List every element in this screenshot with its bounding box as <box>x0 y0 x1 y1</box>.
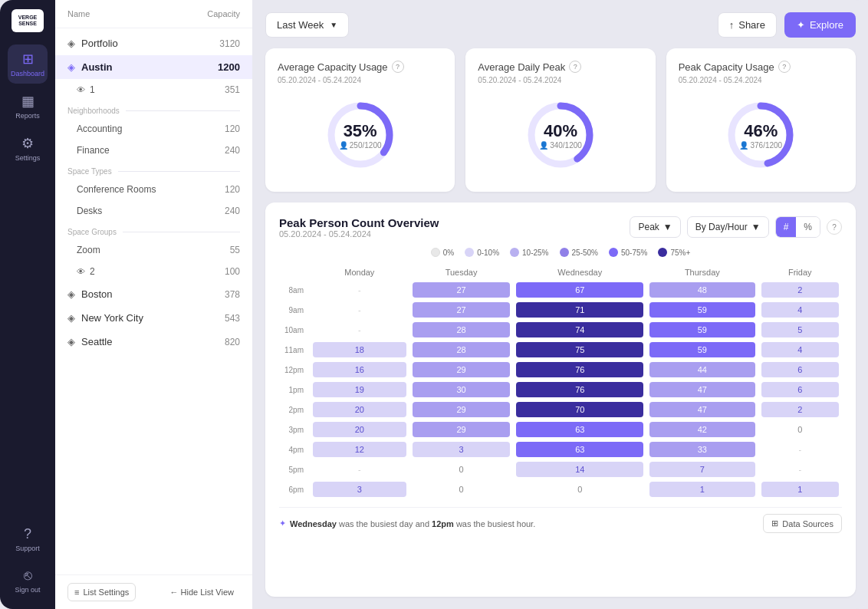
sidebar-sub-cap-accounting: 120 <box>225 123 240 134</box>
heatmap-cell: 27 <box>409 280 514 300</box>
sidebar-item-zoom[interactable]: Zoom 55 <box>55 239 252 261</box>
dayhour-dropdown-chevron: ▼ <box>751 222 761 232</box>
nav-item-dashboard[interactable]: ⊞ Dashboard <box>8 44 48 84</box>
insight-sparkle-icon: ✦ <box>279 518 286 528</box>
stat-card-title-avg-daily: Average Daily Peak <box>478 61 565 73</box>
sidebar-sub-cap-finance: 240 <box>225 145 240 156</box>
heatmap-cell: 47 <box>646 380 758 400</box>
peak-dropdown-chevron: ▼ <box>663 222 672 232</box>
nav-label-support: Support <box>15 545 40 552</box>
time-label: 2pm <box>279 400 310 420</box>
heatmap-cell: 76 <box>513 380 646 400</box>
heatmap-cell: 5 <box>758 320 842 340</box>
sidebar-sub-name-accounting: Accounting <box>77 123 225 134</box>
nav-item-support[interactable]: ? Support <box>8 520 48 558</box>
stat-card-title-avg-capacity: Average Capacity Usage <box>278 61 388 73</box>
peak-capacity-info-icon[interactable]: ? <box>778 61 791 73</box>
nav-label-reports: Reports <box>15 112 40 120</box>
heatmap-cell: 18 <box>310 340 409 360</box>
heatmap-cell: 2 <box>758 280 842 300</box>
sidebar-item-boston[interactable]: ◈ Boston 378 <box>55 282 252 306</box>
sidebar-item-name-portfolio: Portfolio <box>81 38 219 49</box>
sidebar-item-finance[interactable]: Finance 240 <box>55 140 252 161</box>
legend-dot-max <box>658 248 667 257</box>
sidebar-item-portfolio[interactable]: ◈ Portfolio 3120 <box>55 31 252 55</box>
sidebar-item-conference-rooms[interactable]: Conference Rooms 120 <box>55 179 252 200</box>
explore-icon: ✦ <box>797 19 805 31</box>
heatmap-footer: ✦ Wednesday was the busiest day and 12pm… <box>279 507 842 533</box>
logo: VERGESENSE <box>12 9 44 32</box>
sidebar-item-cap-seattle: 820 <box>225 337 240 347</box>
sidebar-item-accounting[interactable]: Accounting 120 <box>55 118 252 140</box>
heatmap-cell: 59 <box>646 320 758 340</box>
heatmap-title: Peak Person Count Overview <box>279 216 439 229</box>
insight-text: Wednesday was the busiest day and 12pm w… <box>290 519 535 528</box>
heatmap-cell: 27 <box>409 300 514 320</box>
stat-card-peak-capacity: Peak Capacity Usage ? 05.20.2024 - 05.24… <box>666 48 856 192</box>
legend-dot-low <box>465 248 474 257</box>
sidebar-sub-cap-conference: 120 <box>225 184 240 195</box>
data-sources-icon: ⊞ <box>771 518 778 528</box>
stat-card-date-avg-capacity: 05.20.2024 - 05.24.2024 <box>278 76 442 84</box>
heatmap-legend: 0% 0-10% 10-25% 25-50% 50-75% <box>279 248 842 257</box>
sidebar-item-nyc[interactable]: ◈ New York City 543 <box>55 306 252 330</box>
dayhour-dropdown[interactable]: By Day/Hour ▼ <box>687 216 769 238</box>
hide-list-label: ← Hide List View <box>169 588 234 597</box>
signout-icon: ⎋ <box>24 568 32 584</box>
stat-card-header-peak: Peak Capacity Usage ? <box>679 61 843 73</box>
share-button[interactable]: ↑ Share <box>718 12 777 38</box>
sidebar-item-name-austin: Austin <box>81 61 218 73</box>
date-filter-dropdown[interactable]: Last Week ▼ <box>265 12 349 38</box>
sidebar-list: ◈ Portfolio 3120 ◈ Austin 1200 👁 1 351 N… <box>55 28 252 574</box>
boston-icon: ◈ <box>67 288 75 300</box>
avg-capacity-info-icon[interactable]: ? <box>392 61 404 73</box>
heatmap-cell: 0 <box>409 479 514 499</box>
heatmap-cell: 42 <box>646 420 758 439</box>
sidebar-sub-name-zoom: Zoom <box>77 245 230 255</box>
nav-item-settings[interactable]: ⚙ Settings <box>8 129 48 168</box>
portfolio-icon: ◈ <box>67 38 75 49</box>
heatmap-date: 05.20.2024 - 05.24.2024 <box>279 229 439 239</box>
heatmap-cell: 44 <box>646 360 758 380</box>
heatmap-cell: - <box>758 459 842 479</box>
stat-card-date-avg-daily: 05.20.2024 - 05.24.2024 <box>478 76 643 84</box>
left-navigation: VERGESENSE ⊞ Dashboard ▦ Reports ⚙ Setti… <box>0 0 55 609</box>
legend-label-0: 0% <box>443 249 454 257</box>
sidebar-col-name: Name <box>67 9 90 18</box>
legend-item-mid: 10-25% <box>510 248 548 257</box>
data-sources-button[interactable]: ⊞ Data Sources <box>763 514 842 533</box>
peak-dropdown[interactable]: Peak ▼ <box>630 216 680 238</box>
explore-button[interactable]: ✦ Explore <box>784 12 856 38</box>
heatmap-cell: 6 <box>758 380 842 400</box>
heatmap-cell: 1 <box>646 479 758 499</box>
table-row: 9am-2771594 <box>279 300 842 320</box>
heatmap-help-icon[interactable]: ? <box>827 219 842 235</box>
sidebar-item-seattle[interactable]: ◈ Seattle 820 <box>55 330 252 354</box>
sidebar-item-floor1[interactable]: 👁 1 351 <box>55 79 252 100</box>
legend-label-high: 25-50% <box>572 249 598 257</box>
heatmap-controls: Peak ▼ By Day/Hour ▼ # % ? <box>630 216 842 238</box>
heatmap-cell: 75 <box>513 340 646 360</box>
sidebar-item-austin[interactable]: ◈ Austin 1200 <box>55 55 252 79</box>
sidebar-sub-cap-group2: 100 <box>225 266 240 277</box>
heatmap-cell: 29 <box>409 400 514 420</box>
heatmap-cell: 48 <box>646 280 758 300</box>
avg-daily-info-icon[interactable]: ? <box>569 61 581 73</box>
heatmap-cell: 7 <box>646 459 758 479</box>
heatmap-cell: 19 <box>310 380 409 400</box>
toggle-percent-button[interactable]: % <box>796 217 820 237</box>
nav-item-reports[interactable]: ▦ Reports <box>8 87 48 126</box>
legend-label-max: 75%+ <box>670 249 690 257</box>
hide-list-button[interactable]: ← Hide List View <box>163 584 240 601</box>
avg-daily-gauge-text: 40% 👤 340/1200 <box>539 121 582 150</box>
sidebar-footer: ≡ List Settings ← Hide List View <box>55 574 252 609</box>
toggle-hash-button[interactable]: # <box>776 217 797 237</box>
floor1-icon: 👁 <box>77 85 85 94</box>
sidebar-item-desks[interactable]: Desks 240 <box>55 200 252 222</box>
sidebar-item-group2[interactable]: 👁 2 100 <box>55 261 252 282</box>
heatmap-cell: 6 <box>758 360 842 380</box>
nav-label-signout: Sign out <box>15 586 40 594</box>
list-settings-button[interactable]: ≡ List Settings <box>67 583 136 601</box>
heatmap-cell: 12 <box>310 439 409 459</box>
nav-item-signout[interactable]: ⎋ Sign out <box>8 561 48 600</box>
